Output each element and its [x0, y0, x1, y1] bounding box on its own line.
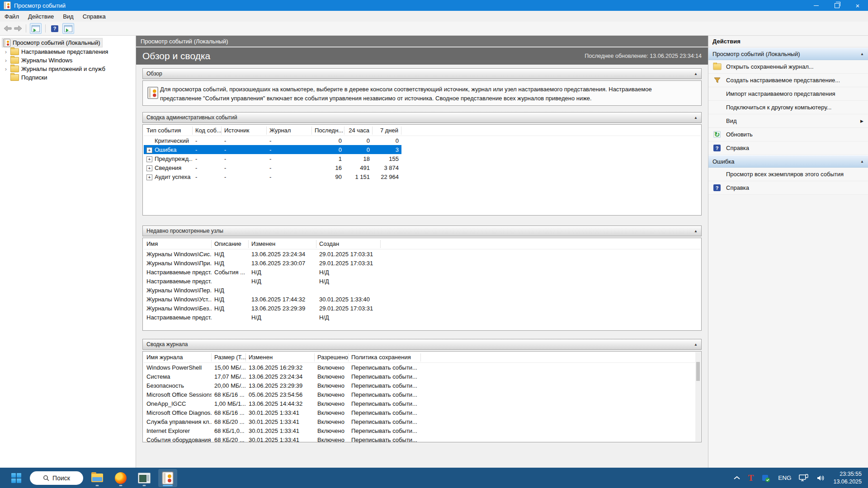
- menu-item-2[interactable]: Вид: [58, 13, 78, 20]
- column-header[interactable]: Источник: [222, 127, 267, 135]
- log-row[interactable]: События оборудования68 КБ/20 ...30.01.20…: [144, 435, 700, 444]
- log-row[interactable]: Microsoft Office Diagnos...68 КБ/16 ...3…: [144, 408, 700, 417]
- log-row[interactable]: Безопасность20,00 МБ/...13.06.2025 23:29…: [144, 381, 700, 390]
- column-header[interactable]: 24 часа: [344, 127, 373, 135]
- tree-item-3[interactable]: Подписки: [0, 73, 136, 82]
- action-group-header-0[interactable]: Просмотр событий (Локальный)▲: [708, 47, 868, 60]
- collapse-icon[interactable]: ▲: [694, 116, 698, 120]
- tray-chevron-up-icon[interactable]: [734, 476, 740, 480]
- recent-node-row[interactable]: Настраиваемые предст...События ...Н/ДН/Д: [144, 267, 700, 277]
- recent-node-row[interactable]: Настраиваемые предст...Н/ДН/Д: [144, 313, 700, 322]
- file-explorer-icon[interactable]: [88, 469, 107, 487]
- network-icon[interactable]: [799, 474, 809, 482]
- log-row[interactable]: Служба управления кл...68 КБ/20 ...30.01…: [144, 417, 700, 426]
- recent-nodes-section-header[interactable]: Недавно просмотренные узлы▲: [142, 225, 702, 236]
- mmc-console-icon[interactable]: [135, 469, 154, 487]
- column-header[interactable]: Создан: [316, 240, 381, 248]
- column-header[interactable]: Размер (Т...: [212, 353, 246, 361]
- menu-item-1[interactable]: Действие: [24, 13, 58, 20]
- action-item-0-1[interactable]: Создать настраиваемое представление...: [708, 74, 868, 87]
- tree-item-2[interactable]: ›Журналы приложений и служб: [0, 65, 136, 73]
- expand-icon[interactable]: +: [146, 156, 152, 162]
- chevron-right-icon[interactable]: ›: [4, 57, 8, 64]
- column-header[interactable]: Последн...: [312, 127, 344, 135]
- recent-node-row[interactable]: Журналы Windows\Уст...Н/Д13.06.2025 17:4…: [144, 295, 700, 304]
- log-row[interactable]: OneApp_IGCC1,00 МБ/1...13.06.2025 14:44:…: [144, 399, 700, 408]
- volume-icon[interactable]: [816, 474, 826, 482]
- event-type-row[interactable]: +Аудит успеха---901 15122 964: [144, 172, 700, 181]
- toolbar-separator: [45, 24, 46, 33]
- action-group-header-1[interactable]: Ошибка▲: [708, 155, 868, 168]
- start-button[interactable]: [7, 469, 25, 487]
- recent-node-row[interactable]: Журналы Windows\Пер...Н/Д: [144, 286, 700, 295]
- help-toolbar-icon[interactable]: ?: [49, 23, 60, 33]
- action-item-1-1[interactable]: ?Справка: [708, 181, 868, 195]
- column-header[interactable]: Описание: [212, 240, 249, 248]
- column-header[interactable]: Политика сохранения: [349, 353, 421, 361]
- column-header[interactable]: Имя: [144, 240, 212, 248]
- recent-node-row[interactable]: Журналы Windows\Сис...Н/Д13.06.2025 23:2…: [144, 249, 700, 258]
- collapse-icon[interactable]: ▲: [860, 52, 864, 56]
- language-indicator[interactable]: ENG: [778, 474, 791, 481]
- recent-node-row[interactable]: Журналы Windows\При...Н/Д13.06.2025 23:3…: [144, 258, 700, 267]
- recent-node-row[interactable]: Журналы Windows\Без...Н/Д13.06.2025 23:2…: [144, 304, 700, 313]
- log-row[interactable]: Windows PowerShell15,00 МБ/...13.06.2025…: [144, 363, 700, 372]
- recent-node-row[interactable]: Настраиваемые предст...Н/ДН/Д: [144, 277, 700, 286]
- firefox-icon[interactable]: [111, 469, 130, 487]
- restore-button[interactable]: [826, 0, 847, 11]
- clock[interactable]: 23:35:55 13.06.2025: [833, 470, 862, 486]
- admin-summary-section-header[interactable]: Сводка административных событий▲: [142, 112, 702, 123]
- taskbar-search[interactable]: Поиск: [30, 471, 83, 485]
- minimize-button[interactable]: [806, 0, 826, 11]
- event-type-row[interactable]: Критический---000: [144, 136, 700, 145]
- scrollbar-thumb[interactable]: [696, 362, 700, 381]
- log-summary-section-header[interactable]: Сводка журнала▲: [142, 339, 702, 350]
- chevron-right-icon[interactable]: ›: [4, 66, 8, 72]
- action-item-0-6[interactable]: ?Справка: [708, 141, 868, 155]
- action-item-0-2[interactable]: Импорт настраиваемого представления: [708, 87, 868, 101]
- column-header[interactable]: Тип события: [144, 127, 193, 135]
- log-row[interactable]: Internet Explorer68 КБ/1,0...30.01.2025 …: [144, 426, 700, 435]
- action-pane-toggle-icon[interactable]: [62, 23, 74, 34]
- event-type-row[interactable]: +Ошибка---003: [144, 145, 700, 154]
- action-item-0-4[interactable]: Вид▶: [708, 114, 868, 128]
- column-header[interactable]: Код соб...: [193, 127, 222, 135]
- expand-icon[interactable]: +: [146, 165, 152, 171]
- cell: Переписывать событи...: [349, 436, 421, 443]
- tray-app-t-icon[interactable]: T: [748, 473, 754, 483]
- action-item-1-0[interactable]: Просмотр всех экземпляров этого события: [708, 168, 868, 181]
- log-summary-scrollbar[interactable]: [695, 352, 701, 441]
- event-viewer-taskbar-icon[interactable]: [158, 469, 177, 487]
- collapse-icon[interactable]: ▲: [694, 229, 698, 233]
- log-row[interactable]: Система17,07 МБ/...13.06.2025 23:24:34Вк…: [144, 372, 700, 381]
- collapse-icon[interactable]: ▲: [860, 160, 864, 164]
- column-header[interactable]: Разрешено: [315, 353, 349, 361]
- back-icon[interactable]: [4, 25, 12, 32]
- overview-section-header[interactable]: Обзор▲: [142, 68, 702, 79]
- action-item-0-0[interactable]: Открыть сохраненный журнал...: [708, 60, 868, 74]
- log-row[interactable]: Microsoft Office Sessions68 КБ/16 ...05.…: [144, 390, 700, 399]
- event-type-row[interactable]: +Предупрежд...---118155: [144, 154, 700, 163]
- tree-item-0[interactable]: ›Настраиваемые представления: [0, 47, 136, 56]
- tree-item-1[interactable]: ›Журналы Windows: [0, 56, 136, 65]
- menu-item-3[interactable]: Справка: [78, 13, 110, 20]
- close-button[interactable]: ×: [847, 0, 868, 11]
- column-header[interactable]: Журнал: [267, 127, 312, 135]
- column-header[interactable]: Изменен: [249, 240, 316, 248]
- column-header[interactable]: Имя журнала: [144, 353, 212, 361]
- collapse-icon[interactable]: ▲: [694, 343, 698, 347]
- expand-icon[interactable]: +: [146, 174, 152, 180]
- forward-icon[interactable]: [14, 25, 22, 32]
- column-header[interactable]: 7 дней: [373, 127, 401, 135]
- column-header[interactable]: Изменен: [246, 353, 315, 361]
- action-item-0-5[interactable]: ↻Обновить: [708, 128, 868, 141]
- action-item-0-3[interactable]: Подключиться к другому компьютеру...: [708, 101, 868, 114]
- menu-item-0[interactable]: Файл: [0, 13, 24, 20]
- windows-security-icon[interactable]: [761, 474, 770, 483]
- tree-root-item[interactable]: Просмотр событий (Локальный): [2, 38, 103, 47]
- event-type-row[interactable]: +Сведения---164913 874: [144, 163, 700, 172]
- expand-icon[interactable]: +: [146, 147, 152, 153]
- chevron-right-icon[interactable]: ›: [4, 48, 8, 55]
- console-tree-toggle-icon[interactable]: [30, 23, 42, 34]
- collapse-icon[interactable]: ▲: [694, 72, 698, 76]
